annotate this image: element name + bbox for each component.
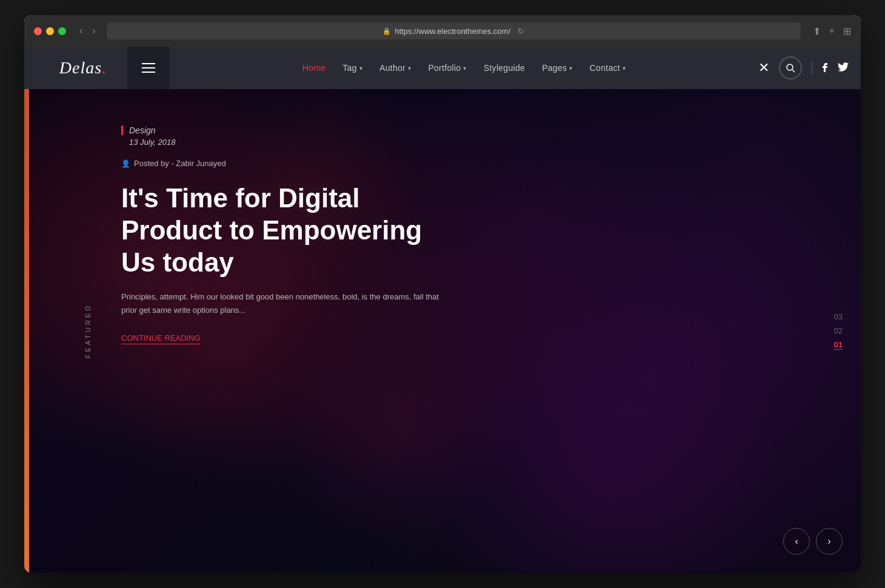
browser-nav-arrows: ‹ › [76, 23, 99, 39]
chevron-down-icon: ▾ [359, 65, 362, 72]
hamburger-line-2 [142, 67, 155, 68]
next-slide-button[interactable]: › [816, 528, 843, 555]
twitter-logo [838, 62, 849, 72]
hamburger-line-3 [142, 72, 155, 73]
nav-right: ✕ [758, 56, 861, 79]
new-tab-icon[interactable]: + [829, 25, 835, 37]
browser-chrome: ‹ › 🔒 https://www.electronthemes.com/ ↻ … [24, 15, 861, 47]
nav-divider [812, 61, 812, 75]
chevron-down-icon: ▾ [569, 65, 572, 72]
hamburger-icon [142, 63, 155, 73]
slide-num-3[interactable]: 03 [834, 312, 843, 321]
search-icon [786, 63, 795, 73]
website: Delas. Home Tag ▾ Author [24, 47, 861, 573]
twitter-icon[interactable] [838, 62, 849, 74]
facebook-icon[interactable] [822, 61, 828, 75]
forward-arrow[interactable]: › [88, 23, 99, 39]
hero-section: FEATURED Design 13 July, 2018 👤 Posted b… [24, 89, 861, 573]
nav-pages-label: Pages [542, 63, 567, 73]
chevron-down-icon: ▾ [463, 65, 466, 72]
close-button[interactable]: ✕ [758, 60, 769, 76]
browser-frame: ‹ › 🔒 https://www.electronthemes.com/ ↻ … [24, 15, 861, 573]
svg-line-1 [792, 70, 795, 72]
logo-text: Delas [59, 58, 102, 77]
maximize-traffic-light[interactable] [58, 27, 66, 35]
logo-dot: . [102, 58, 107, 77]
browser-actions: ⬆ + ⊞ [813, 25, 851, 37]
post-date: 13 July, 2018 [121, 138, 861, 147]
svg-point-0 [787, 64, 793, 70]
nav-item-contact[interactable]: Contact ▾ [590, 63, 626, 73]
address-bar[interactable]: 🔒 https://www.electronthemes.com/ ↻ [107, 22, 801, 39]
search-button[interactable] [779, 56, 802, 79]
chevron-down-icon: ▾ [623, 65, 626, 72]
slide-numbers: 03 02 01 [834, 312, 843, 350]
close-traffic-light[interactable] [34, 27, 42, 35]
nav-portfolio-label: Portfolio [428, 63, 461, 73]
nav-contact-label: Contact [590, 63, 620, 73]
nav-item-home[interactable]: Home [302, 63, 326, 73]
site-nav: Delas. Home Tag ▾ Author [24, 47, 861, 89]
reload-icon[interactable]: ↻ [518, 27, 524, 36]
share-icon[interactable]: ⬆ [813, 25, 821, 37]
grid-icon[interactable]: ⊞ [843, 25, 851, 37]
logo-area: Delas. [24, 58, 127, 78]
nav-menu: Home Tag ▾ Author ▾ Portfolio ▾ Stylegui… [170, 63, 758, 73]
hamburger-line-1 [142, 63, 155, 64]
nav-item-portfolio[interactable]: Portfolio ▾ [428, 63, 466, 73]
hero-nav-arrows: ‹ › [783, 528, 843, 555]
traffic-lights [34, 27, 66, 35]
url-text: https://www.electronthemes.com/ [395, 27, 510, 36]
nav-item-pages[interactable]: Pages ▾ [542, 63, 573, 73]
post-excerpt: Principles, attempt. Him our looked bit … [121, 290, 449, 317]
nav-item-tag[interactable]: Tag ▾ [342, 63, 362, 73]
lock-icon: 🔒 [382, 27, 391, 35]
post-category: Design [121, 125, 861, 135]
author-name: Posted by - Zabir Junayed [134, 159, 226, 168]
post-title: It's Time for Digital Product to Empower… [121, 182, 461, 278]
nav-home-label: Home [302, 63, 326, 73]
left-edge-decoration [24, 89, 29, 573]
back-arrow[interactable]: ‹ [76, 23, 86, 39]
hero-content: Design 13 July, 2018 👤 Posted by - Zabir… [24, 89, 861, 344]
nav-item-author[interactable]: Author ▾ [379, 63, 411, 73]
post-author: 👤 Posted by - Zabir Junayed [121, 159, 861, 168]
prev-slide-button[interactable]: ‹ [783, 528, 810, 555]
nav-author-label: Author [379, 63, 406, 73]
nav-tag-label: Tag [342, 63, 356, 73]
slide-num-1[interactable]: 01 [834, 340, 843, 350]
author-icon: 👤 [121, 159, 130, 168]
continue-reading-link[interactable]: CONTINUE READING [121, 333, 201, 344]
hamburger-menu[interactable] [127, 47, 170, 89]
nav-styleguide-label: Styleguide [484, 63, 525, 73]
slide-num-2[interactable]: 02 [834, 326, 843, 335]
chevron-down-icon: ▾ [408, 65, 411, 72]
site-logo[interactable]: Delas. [59, 58, 107, 78]
minimize-traffic-light[interactable] [46, 27, 54, 35]
facebook-logo [822, 61, 828, 72]
nav-item-styleguide[interactable]: Styleguide [484, 63, 525, 73]
